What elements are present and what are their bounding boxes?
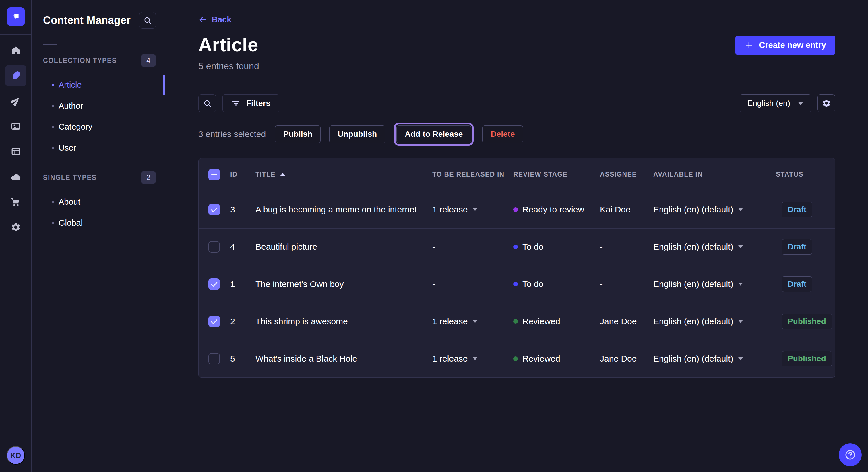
section-label: COLLECTION TYPES [43,57,117,65]
row-checkbox[interactable] [208,204,220,215]
layouts-icon [11,146,21,157]
row-release-dropdown[interactable]: - [432,242,513,252]
rail-releases-button[interactable] [5,90,26,111]
sidebar-item-article[interactable]: Article [43,74,156,96]
row-release-dropdown[interactable]: - [432,279,513,289]
rail-content-manager-button[interactable] [5,65,26,86]
sidebar-item-category[interactable]: Category [43,116,156,137]
row-assignee: - [600,242,653,252]
bullet-icon [52,222,54,224]
row-id: 3 [230,205,255,214]
user-avatar[interactable]: KD [7,446,25,465]
row-title[interactable]: Beautiful picture [255,242,432,252]
bullet-icon [52,146,54,149]
main-content: Back Article 5 entries found Create new … [165,0,868,472]
sidebar-item-label: Article [59,80,82,90]
table-row: 1 The internet's Own boy - To do - Engli… [198,266,835,303]
sidebar-section: SINGLE TYPES 2 About Global [43,170,156,233]
rail-home-button[interactable] [5,40,26,61]
row-title[interactable]: What's inside a Black Hole [255,354,432,364]
filters-button[interactable]: Filters [222,94,279,112]
chevron-down-icon [738,320,743,323]
list-settings-button[interactable] [817,94,835,112]
cloud-icon [10,171,21,182]
selection-summary: 3 entries selected [198,129,266,139]
search-entries-button[interactable] [198,94,216,112]
sidebar-item-global[interactable]: Global [43,212,156,233]
table-header-row: ID TITLE TO BE RELEASED IN REVIEW STAGE … [198,158,835,191]
section-count-badge: 4 [141,55,156,67]
row-locale-dropdown[interactable]: English (en) (default) [653,316,776,326]
row-release-dropdown[interactable]: 1 release [432,205,513,214]
sidebar-item-about[interactable]: About [43,192,156,212]
row-release-dropdown[interactable]: 1 release [432,354,513,364]
column-header-title[interactable]: TITLE [255,171,432,178]
question-circle-icon [844,448,857,461]
rail-marketplace-button[interactable] [5,191,26,212]
column-header-review-stage[interactable]: REVIEW STAGE [513,171,600,178]
row-checkbox[interactable] [208,353,220,365]
workspace-rail: KD [0,0,32,472]
search-icon [203,99,212,107]
table-row: 4 Beautiful picture - To do - English (e… [198,228,835,266]
select-all-checkbox[interactable] [208,169,220,180]
row-locale-dropdown[interactable]: English (en) (default) [653,242,776,252]
row-review-stage: Ready to review [513,205,600,214]
rail-media-library-button[interactable] [5,115,26,137]
row-title[interactable]: A bug is becoming a meme on the internet [255,205,432,214]
sidebar-search-button[interactable] [139,12,156,29]
stage-dot-icon [513,207,518,212]
add-to-release-button[interactable]: Add to Release [396,125,471,143]
rail-deploy-button[interactable] [5,166,26,187]
status-badge: Published [782,351,832,367]
column-header-available-in[interactable]: AVAILABLE IN [653,171,776,178]
status-badge: Draft [782,276,812,292]
stage-dot-icon [513,319,518,324]
row-review-stage: To do [513,242,600,252]
bullet-icon [52,126,54,128]
sidebar-item-label: Global [59,218,83,228]
sidebar-item-author[interactable]: Author [43,96,156,116]
unpublish-button[interactable]: Unpublish [329,125,385,143]
locale-select[interactable]: English (en) [740,94,811,112]
column-header-status[interactable]: STATUS [776,171,835,178]
strapi-logo-icon [11,12,21,22]
row-locale-dropdown[interactable]: English (en) (default) [653,354,776,364]
row-release-dropdown[interactable]: 1 release [432,316,513,326]
arrow-left-icon [198,15,207,24]
chevron-down-icon [473,208,477,211]
sidebar-item-user[interactable]: User [43,137,156,158]
help-button[interactable] [839,443,862,466]
row-review-stage: To do [513,279,600,289]
back-link[interactable]: Back [198,15,231,24]
row-locale-dropdown[interactable]: English (en) (default) [653,279,776,289]
column-header-to-be-released-in[interactable]: TO BE RELEASED IN [432,171,513,178]
row-checkbox[interactable] [208,241,220,252]
stage-dot-icon [513,357,518,361]
row-id: 1 [230,279,255,289]
column-header-assignee[interactable]: ASSIGNEE [600,171,653,178]
sidebar-section: COLLECTION TYPES 4 Article Author Catego… [43,53,156,158]
rail-content-type-builder-button[interactable] [5,141,26,162]
row-title[interactable]: This shrimp is awesome [255,316,432,326]
delete-button[interactable]: Delete [482,125,523,143]
row-locale-dropdown[interactable]: English (en) (default) [653,205,776,214]
chevron-down-icon [738,208,743,211]
row-checkbox[interactable] [208,278,220,290]
strapi-logo[interactable] [7,7,25,26]
row-id: 2 [230,316,255,326]
row-title[interactable]: The internet's Own boy [255,279,432,289]
home-icon [11,45,21,56]
create-new-entry-button[interactable]: Create new entry [735,36,835,55]
row-id: 4 [230,242,255,252]
bullet-icon [52,201,54,203]
rail-settings-button[interactable] [5,216,26,238]
filter-lines-icon [231,99,241,108]
chevron-down-icon [738,245,743,248]
column-header-id[interactable]: ID [230,171,255,178]
row-checkbox[interactable] [208,316,220,327]
row-assignee: Jane Doe [600,316,653,326]
chevron-down-icon [738,283,743,285]
publish-button[interactable]: Publish [275,125,321,143]
row-assignee: Jane Doe [600,354,653,364]
